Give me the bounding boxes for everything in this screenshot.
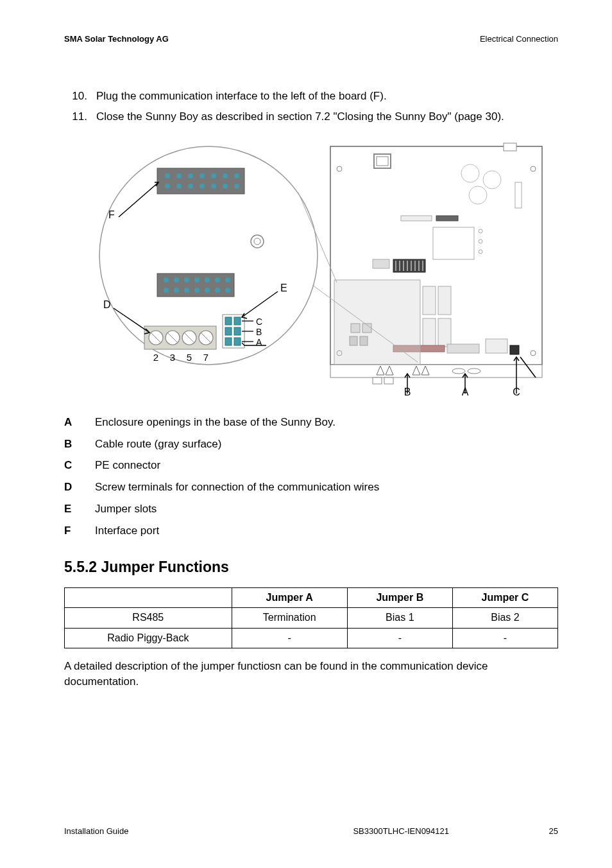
board-label-a: A xyxy=(462,386,469,397)
svg-point-72 xyxy=(174,277,179,282)
diagram-figure: B A C xyxy=(64,140,558,397)
svg-point-15 xyxy=(479,229,482,233)
legend-item: C PE connector xyxy=(64,458,558,473)
svg-rect-7 xyxy=(377,157,388,166)
board-diagram-svg: B A C xyxy=(74,140,548,397)
callout-b: B xyxy=(256,327,262,337)
svg-rect-5 xyxy=(504,143,516,151)
step-text: Close the Sunny Boy as described in sect… xyxy=(96,109,504,125)
footer-doc-id: SB3300TLHC-IEN094121 xyxy=(269,826,532,837)
legend-key: A xyxy=(64,415,78,430)
svg-rect-53 xyxy=(157,168,244,194)
section-number: 5.5.2 xyxy=(64,559,97,575)
terminal-number: 2 xyxy=(153,352,158,363)
svg-point-82 xyxy=(205,288,210,293)
legend-item: E Jumper slots xyxy=(64,501,558,517)
svg-point-76 xyxy=(215,277,220,282)
legend-key: F xyxy=(64,523,78,539)
table-cell: - xyxy=(232,628,347,648)
svg-rect-39 xyxy=(510,345,519,354)
table-header: Jumper A xyxy=(232,587,347,607)
svg-rect-38 xyxy=(486,339,507,353)
svg-point-61 xyxy=(165,184,170,189)
step-text: Plug the communication interface to the … xyxy=(96,89,387,104)
table-cell: - xyxy=(347,628,452,648)
svg-point-64 xyxy=(200,184,205,189)
legend-item: A Enclosure openings in the base of the … xyxy=(64,415,558,430)
svg-rect-27 xyxy=(373,259,389,268)
callout-d: D xyxy=(103,299,111,310)
table-cell: RS485 xyxy=(65,608,232,628)
svg-rect-33 xyxy=(438,286,451,315)
legend-list: A Enclosure openings in the base of the … xyxy=(64,415,558,539)
terminal-number: 7 xyxy=(203,352,208,363)
legend-text: PE connector xyxy=(95,458,160,473)
svg-rect-98 xyxy=(234,327,241,335)
svg-point-78 xyxy=(164,288,169,293)
main-board xyxy=(330,143,542,394)
svg-point-75 xyxy=(205,277,210,282)
section-title: Jumper Functions xyxy=(101,559,229,575)
table-header xyxy=(65,587,232,607)
header-company: SMA Solar Technology AG xyxy=(64,33,169,45)
instruction-list: 10. Plug the communication interface to … xyxy=(64,89,558,125)
terminal-number: 5 xyxy=(187,352,192,363)
legend-key: E xyxy=(64,501,78,517)
page-footer: Installation Guide SB3300TLHC-IEN094121 … xyxy=(64,826,558,837)
svg-rect-13 xyxy=(436,216,458,221)
svg-point-84 xyxy=(225,288,230,293)
svg-rect-35 xyxy=(438,318,451,347)
footer-page-number: 25 xyxy=(532,826,558,837)
callout-a: A xyxy=(256,337,262,347)
board-label-c: C xyxy=(513,386,520,397)
table-cell: Bias 2 xyxy=(452,608,557,628)
svg-rect-96 xyxy=(234,317,241,325)
svg-point-16 xyxy=(479,239,482,243)
svg-point-69 xyxy=(254,238,260,245)
svg-rect-97 xyxy=(225,327,232,335)
svg-rect-14 xyxy=(433,227,474,259)
terminal-number: 3 xyxy=(170,352,175,363)
svg-rect-44 xyxy=(373,378,382,384)
svg-point-73 xyxy=(184,277,189,282)
legend-text: Cable route (gray surface) xyxy=(95,437,221,452)
svg-rect-18 xyxy=(393,259,425,272)
legend-key: D xyxy=(64,480,78,495)
legend-key: C xyxy=(64,458,78,473)
legend-text: Enclosure openings in the base of the Su… xyxy=(95,415,336,430)
table-header: Jumper B xyxy=(347,587,452,607)
header-section: Electrical Connection xyxy=(480,33,558,45)
table-cell: Termination xyxy=(232,608,347,628)
svg-marker-40 xyxy=(334,280,420,365)
callout-e: E xyxy=(280,282,287,293)
svg-rect-32 xyxy=(423,286,436,315)
svg-point-60 xyxy=(234,173,239,178)
body-paragraph: A detailed description of the jumper fun… xyxy=(64,659,558,690)
svg-point-58 xyxy=(211,173,216,178)
step-number: 11. xyxy=(64,109,87,125)
legend-item: D Screw terminals for connection of the … xyxy=(64,480,558,495)
board-label-b: B xyxy=(404,386,411,397)
legend-key: B xyxy=(64,437,78,452)
page-header: SMA Solar Technology AG Electrical Conne… xyxy=(64,33,558,45)
table-header-row: Jumper A Jumper B Jumper C xyxy=(65,587,558,607)
svg-point-66 xyxy=(223,184,228,189)
legend-item: F Interface port xyxy=(64,523,558,539)
table-cell: Radio Piggy-Back xyxy=(65,628,232,648)
jumper-table: Jumper A Jumper B Jumper C RS485 Termina… xyxy=(64,587,558,648)
svg-point-62 xyxy=(176,184,182,189)
svg-rect-45 xyxy=(384,378,393,384)
svg-rect-99 xyxy=(225,338,232,345)
svg-rect-100 xyxy=(234,338,241,345)
section-heading: 5.5.2 Jumper Functions xyxy=(64,557,558,577)
table-row: Radio Piggy-Back - - - xyxy=(65,628,558,648)
legend-text: Screw terminals for connection of the co… xyxy=(95,480,379,495)
svg-point-17 xyxy=(479,250,482,254)
svg-point-71 xyxy=(164,277,169,282)
legend-item: B Cable route (gray surface) xyxy=(64,437,558,452)
svg-point-67 xyxy=(234,184,239,189)
svg-rect-12 xyxy=(401,216,432,221)
table-row: RS485 Termination Bias 1 Bias 2 xyxy=(65,608,558,628)
svg-point-81 xyxy=(194,288,200,293)
table-cell: - xyxy=(452,628,557,648)
